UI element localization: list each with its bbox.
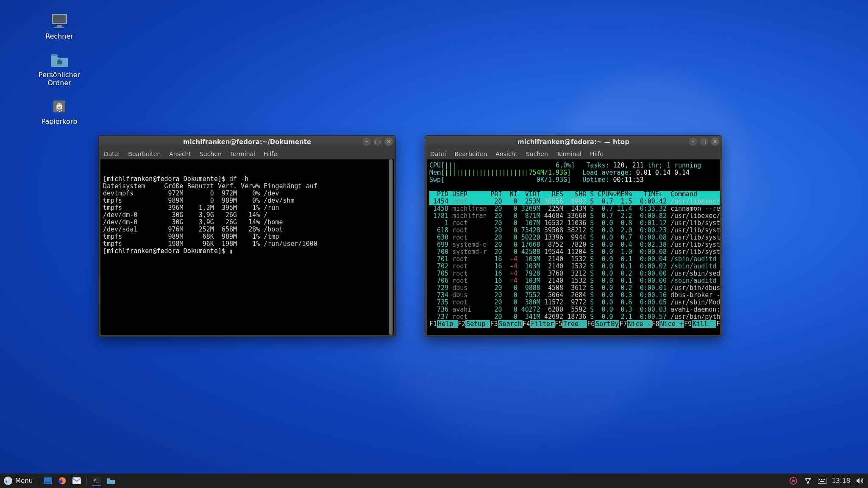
firefox-icon	[58, 476, 67, 485]
taskbar-app-firefox[interactable]	[58, 476, 67, 485]
tray-keyboard-icon[interactable]	[818, 476, 827, 485]
svg-rect-21	[823, 479, 823, 480]
titlebar[interactable]: michlfranken@fedora:~/Dokumente – ▢ ✕	[99, 136, 395, 148]
window-title: michlfranken@fedora:~/Dokumente	[183, 138, 311, 146]
desktop-icon-label: Rechner	[45, 32, 73, 40]
maximize-button[interactable]: ▢	[373, 137, 382, 146]
svg-rect-3	[54, 27, 64, 28]
menu-datei[interactable]: Datei	[430, 151, 446, 157]
desktop-icon-trash[interactable]: Papierkorb	[30, 98, 89, 125]
menubar: Datei Bearbeiten Ansicht Suchen Terminal…	[425, 148, 722, 159]
svg-rect-8	[45, 482, 51, 483]
menu-bearbeiten[interactable]: Bearbeiten	[454, 151, 487, 157]
svg-rect-19	[819, 479, 820, 480]
svg-rect-20	[821, 479, 822, 480]
svg-point-14	[792, 480, 795, 482]
menu-ansicht[interactable]: Ansicht	[169, 151, 191, 157]
menubar: Datei Bearbeiten Ansicht Suchen Terminal…	[99, 148, 395, 159]
menu-suchen[interactable]: Suchen	[526, 151, 548, 157]
scrollbar-thumb[interactable]	[389, 159, 392, 335]
terminal-window-htop[interactable]: michlfranken@fedora:~ — htop – ▢ ✕ Datei…	[425, 135, 722, 337]
terminal-window-df[interactable]: michlfranken@fedora:~/Dokumente – ▢ ✕ Da…	[98, 135, 396, 337]
terminal-icon: >_	[92, 475, 101, 485]
menu-bearbeiten[interactable]: Bearbeiten	[128, 151, 161, 157]
tray-clock[interactable]: 13:18	[832, 477, 850, 485]
window-title: michlfranken@fedora:~ — htop	[517, 138, 629, 146]
svg-rect-2	[57, 25, 62, 27]
titlebar[interactable]: michlfranken@fedora:~ — htop – ▢ ✕	[425, 136, 722, 148]
menu-hilfe[interactable]: Hilfe	[264, 151, 277, 157]
show-desktop-icon	[43, 476, 53, 485]
tray-update-icon[interactable]	[789, 476, 798, 485]
terminal-output[interactable]: CPU[||| 6.0%] Tasks: 120, 211 thr; 1 run…	[427, 159, 720, 335]
trash-icon	[50, 98, 69, 115]
svg-rect-18	[818, 478, 826, 484]
taskbar-app-mail[interactable]	[72, 476, 81, 485]
scrollbar[interactable]	[389, 159, 393, 335]
taskbar-running-files[interactable]	[106, 476, 116, 485]
folder-icon	[106, 476, 116, 485]
svg-rect-23	[820, 481, 824, 482]
close-button[interactable]: ✕	[711, 137, 719, 146]
desktop-icons: Rechner Persönlicher Ordner Papierkorb	[30, 13, 89, 125]
start-menu-button[interactable]: Menu	[3, 476, 33, 485]
folder-home-icon	[50, 51, 69, 68]
desktop-icon-computer[interactable]: Rechner	[30, 13, 89, 40]
close-button[interactable]: ✕	[384, 137, 393, 146]
svg-rect-1	[53, 15, 66, 23]
menu-datei[interactable]: Datei	[104, 151, 120, 157]
taskbar-running-terminal[interactable]: >_	[92, 475, 101, 486]
taskbar: Menu >_	[0, 474, 868, 488]
maximize-button[interactable]: ▢	[700, 137, 708, 146]
terminal-output[interactable]: [michlfranken@fedora Dokumente]$ df -h D…	[100, 159, 394, 335]
svg-text:>_: >_	[94, 477, 99, 482]
show-desktop-button[interactable]	[43, 476, 53, 485]
mail-icon	[72, 476, 81, 485]
computer-icon	[50, 13, 69, 30]
desktop-icon-label: Papierkorb	[42, 117, 78, 125]
menu-ansicht[interactable]: Ansicht	[495, 151, 517, 157]
minimize-button[interactable]: –	[689, 137, 697, 146]
menu-terminal[interactable]: Terminal	[556, 151, 581, 157]
tray-network-icon[interactable]	[803, 476, 812, 485]
menu-terminal[interactable]: Terminal	[230, 151, 255, 157]
svg-point-6	[4, 477, 12, 485]
menu-suchen[interactable]: Suchen	[200, 151, 222, 157]
minimize-button[interactable]: –	[362, 137, 371, 146]
desktop-icon-label: Persönlicher Ordner	[39, 71, 80, 87]
tray-volume-icon[interactable]	[855, 476, 865, 485]
desktop-icon-home[interactable]: Persönlicher Ordner	[30, 51, 89, 87]
fedora-icon	[3, 476, 13, 485]
start-menu-label: Menu	[15, 477, 33, 485]
menu-hilfe[interactable]: Hilfe	[590, 151, 604, 157]
svg-rect-22	[824, 479, 825, 480]
